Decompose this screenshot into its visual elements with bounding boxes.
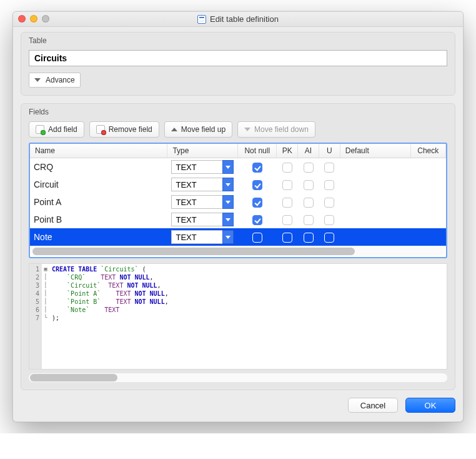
unique-checkbox[interactable] <box>324 163 334 173</box>
col-notnull[interactable]: Not null <box>238 144 277 158</box>
table-icon <box>197 15 206 24</box>
fields-grid[interactable]: Name Type Not null PK AI U Default Check… <box>29 143 447 258</box>
close-icon[interactable] <box>18 15 26 23</box>
default-cell[interactable] <box>340 158 410 176</box>
unique-checkbox[interactable] <box>324 215 334 225</box>
page-remove-icon <box>96 125 105 134</box>
unique-checkbox[interactable] <box>324 180 334 190</box>
field-name-cell[interactable]: Note <box>30 228 167 246</box>
table-row[interactable]: Circuit <box>30 176 446 193</box>
col-type[interactable]: Type <box>167 144 238 158</box>
notnull-checkbox[interactable] <box>252 163 262 173</box>
check-cell[interactable] <box>410 193 445 211</box>
arrow-up-icon <box>171 128 177 131</box>
dialog-window: Edit table definition Table Advance Fiel… <box>12 11 464 422</box>
default-cell[interactable] <box>340 176 410 193</box>
field-type-input[interactable] <box>171 195 222 209</box>
pk-checkbox[interactable] <box>282 180 292 190</box>
default-cell[interactable] <box>340 228 410 246</box>
zoom-icon[interactable] <box>42 15 49 23</box>
cancel-button[interactable]: Cancel <box>348 398 398 413</box>
pk-checkbox[interactable] <box>282 163 292 173</box>
field-type-input[interactable] <box>171 178 222 191</box>
col-ai[interactable]: AI <box>298 144 319 158</box>
fields-toolbar: Add field Remove field Move field up Mov… <box>29 121 447 138</box>
col-pk[interactable]: PK <box>277 144 298 158</box>
move-down-label: Move field down <box>254 125 309 134</box>
add-field-label: Add field <box>48 125 77 134</box>
arrow-down-icon <box>244 128 250 131</box>
ai-checkbox[interactable] <box>304 215 314 225</box>
table-row[interactable]: CRQ <box>30 158 446 176</box>
move-down-button[interactable]: Move field down <box>237 121 315 138</box>
table-group-label: Table <box>29 36 447 45</box>
table-row[interactable]: Point B <box>30 211 446 228</box>
sql-scrollbar[interactable] <box>29 373 447 382</box>
notnull-checkbox[interactable] <box>252 215 262 225</box>
default-cell[interactable] <box>340 193 410 211</box>
page-add-icon <box>36 125 44 134</box>
window-controls <box>18 15 49 23</box>
pk-checkbox[interactable] <box>282 233 292 243</box>
check-cell[interactable] <box>410 176 445 193</box>
col-name[interactable]: Name <box>30 144 167 158</box>
field-type-cell[interactable] <box>167 228 238 246</box>
advance-label: Advance <box>46 76 75 84</box>
add-field-button[interactable]: Add field <box>29 121 84 138</box>
fields-group-label: Fields <box>29 108 447 116</box>
move-up-label: Move field up <box>181 125 226 134</box>
advance-toggle[interactable]: Advance <box>29 73 81 88</box>
move-up-button[interactable]: Move field up <box>164 121 232 138</box>
chevron-down-icon <box>34 78 41 82</box>
col-default[interactable]: Default <box>340 144 410 158</box>
field-name-cell[interactable]: Point B <box>30 211 167 228</box>
remove-field-label: Remove field <box>109 125 152 134</box>
field-type-cell[interactable] <box>167 176 238 193</box>
fields-group: Fields Add field Remove field Move field… <box>21 103 455 390</box>
titlebar: Edit table definition <box>13 12 463 27</box>
notnull-checkbox[interactable] <box>252 233 262 243</box>
ai-checkbox[interactable] <box>304 233 314 243</box>
table-group: Table Advance <box>21 32 455 96</box>
field-type-dropdown[interactable] <box>222 178 234 191</box>
window-title: Edit table definition <box>210 14 279 24</box>
check-cell[interactable] <box>410 211 445 228</box>
ok-button[interactable]: OK <box>405 398 455 413</box>
grid-scrollbar[interactable] <box>31 247 445 256</box>
table-name-input[interactable] <box>29 50 447 66</box>
table-row[interactable]: Note <box>30 228 446 246</box>
notnull-checkbox[interactable] <box>252 180 262 190</box>
remove-field-button[interactable]: Remove field <box>89 121 159 138</box>
notnull-checkbox[interactable] <box>252 198 262 208</box>
field-name-cell[interactable]: CRQ <box>30 158 167 176</box>
field-type-dropdown[interactable] <box>222 160 234 174</box>
table-row[interactable]: Point A <box>30 193 446 211</box>
ai-checkbox[interactable] <box>304 180 314 190</box>
field-type-cell[interactable] <box>167 193 238 211</box>
sql-preview[interactable]: 1234567 ▣│││││└ CREATE TABLE `Circuits` … <box>29 263 447 370</box>
col-u[interactable]: U <box>319 144 340 158</box>
col-check[interactable]: Check <box>410 144 445 158</box>
minimize-icon[interactable] <box>30 15 37 23</box>
field-type-cell[interactable] <box>167 158 238 176</box>
field-type-input[interactable] <box>171 213 222 226</box>
check-cell[interactable] <box>410 228 445 246</box>
default-cell[interactable] <box>340 211 410 228</box>
field-type-input[interactable] <box>171 160 222 174</box>
unique-checkbox[interactable] <box>324 198 334 208</box>
field-type-dropdown[interactable] <box>222 195 234 209</box>
check-cell[interactable] <box>410 158 445 176</box>
pk-checkbox[interactable] <box>282 215 292 225</box>
field-type-cell[interactable] <box>167 211 238 228</box>
ai-checkbox[interactable] <box>304 163 314 173</box>
field-name-cell[interactable]: Point A <box>30 193 167 211</box>
field-type-dropdown[interactable] <box>222 230 234 244</box>
field-name-cell[interactable]: Circuit <box>30 176 167 193</box>
ai-checkbox[interactable] <box>304 198 314 208</box>
field-type-dropdown[interactable] <box>222 213 234 226</box>
unique-checkbox[interactable] <box>324 233 334 243</box>
pk-checkbox[interactable] <box>282 198 292 208</box>
dialog-buttons: Cancel OK <box>21 398 455 413</box>
field-type-input[interactable] <box>171 230 222 244</box>
